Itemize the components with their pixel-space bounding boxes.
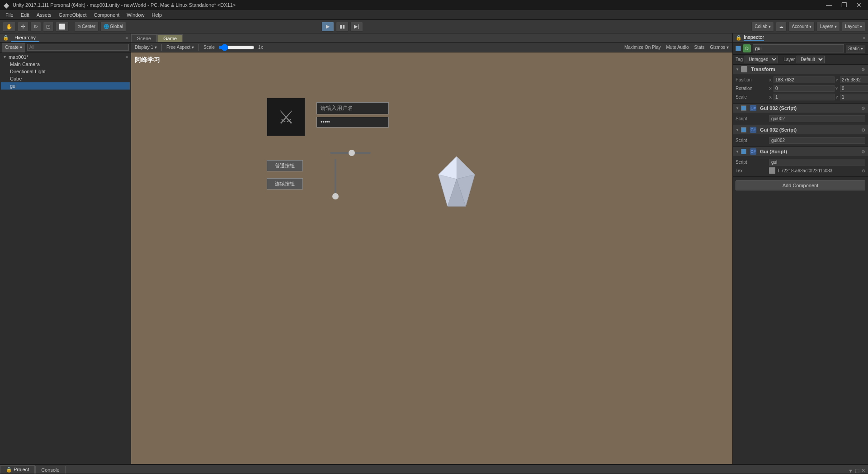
rotation-label: Rotation — [736, 86, 767, 91]
gui-script-field[interactable] — [769, 159, 865, 166]
script-label-1: Script — [736, 116, 767, 121]
component-enabled-gui[interactable] — [741, 149, 746, 154]
inspector-tab-label[interactable]: Inspector — [744, 34, 764, 41]
hierarchy-create-btn[interactable]: Create ▾ — [2, 43, 25, 52]
gui002-header-1[interactable]: ▼ C# Gui 002 (Script) ⚙ — [733, 104, 868, 113]
static-dropdown[interactable]: Static ▾ — [846, 45, 865, 52]
rot-y-input[interactable] — [840, 85, 868, 92]
tree-item-gui[interactable]: gui — [1, 82, 130, 90]
tag-label: Tag — [736, 57, 743, 62]
project-collapse-icon[interactable]: ▼ — [848, 468, 853, 474]
project-tab-label: Project — [14, 467, 29, 472]
tool-scale[interactable]: ⊡ — [43, 22, 54, 32]
add-component-btn[interactable]: Add Component — [736, 180, 865, 190]
hierarchy-search[interactable] — [27, 44, 129, 51]
coord-global-btn[interactable]: 🌐 Global — [100, 22, 126, 32]
step-btn[interactable]: ▶| — [350, 22, 363, 32]
pos-y-input[interactable] — [840, 76, 868, 83]
game-tab[interactable]: Game — [157, 34, 183, 42]
tex-select-icon[interactable]: ⊙ — [862, 168, 865, 173]
h-slider-track[interactable] — [330, 152, 371, 154]
collab-dropdown[interactable]: Collab ▾ — [751, 22, 774, 32]
script-label-2: Script — [736, 138, 767, 143]
project-tab[interactable]: 🔒 Project — [0, 465, 35, 474]
display-selector[interactable]: Display 1 ▾ — [133, 45, 159, 50]
rotation-row: Rotation X Y Z — [736, 84, 865, 93]
layers-dropdown[interactable]: Layers ▾ — [816, 22, 840, 32]
v-slider-thumb[interactable] — [332, 193, 339, 199]
component-enabled-2[interactable] — [741, 127, 746, 133]
tree-item-maincamera[interactable]: Main Camera — [1, 61, 130, 68]
stats-btn[interactable]: Stats — [693, 45, 707, 50]
component-options-2[interactable]: ⚙ — [861, 128, 865, 133]
title-text: Unity 2017.1.1f1 Personal (64bit) - map0… — [13, 2, 236, 8]
maximize-on-play-btn[interactable]: Maximize On Play — [623, 45, 663, 50]
scale-slider[interactable] — [218, 44, 255, 51]
obj-name-field[interactable] — [753, 44, 844, 52]
username-input[interactable]: 请输入用户名 — [316, 102, 389, 114]
mute-audio-btn[interactable]: Mute Audio — [664, 45, 690, 50]
tree-item-dirlight[interactable]: Directional Light — [1, 68, 130, 75]
title-bar: ◆ Unity 2017.1.1f1 Personal (64bit) - ma… — [0, 0, 868, 10]
layer-selector[interactable]: Default — [797, 56, 825, 63]
console-tab[interactable]: Console — [35, 466, 65, 474]
h-slider-thumb[interactable] — [349, 150, 355, 156]
component-options-1[interactable]: ⚙ — [861, 106, 865, 111]
account-dropdown[interactable]: Account ▾ — [788, 22, 815, 32]
rot-x-input[interactable] — [774, 85, 835, 92]
tree-item-cube[interactable]: Cube — [1, 75, 130, 82]
layout-dropdown[interactable]: Layout ▾ — [842, 22, 865, 32]
menu-window[interactable]: Window — [123, 10, 148, 20]
scale-x-input[interactable] — [774, 94, 835, 100]
gizmos-btn[interactable]: Gizmos ▾ — [708, 45, 731, 50]
minimize-btn[interactable]: — — [823, 1, 835, 9]
gui-header[interactable]: ▼ C# Gui (Script) ⚙ — [733, 147, 868, 156]
game-tab-label: Game — [163, 36, 177, 41]
script-field-2[interactable] — [769, 137, 865, 144]
component-options-icon[interactable]: ⚙ — [861, 67, 865, 72]
password-input[interactable]: ••••• — [316, 117, 389, 128]
pos-x-input[interactable] — [774, 76, 835, 83]
pause-btn[interactable]: ▮▮ — [336, 22, 349, 32]
tex-value: T 72218-a63acf0f22d1c033 — [777, 168, 832, 173]
lock-icon: 🔒 — [736, 35, 742, 41]
transform-header[interactable]: ▼ Transform ⚙ — [733, 65, 868, 74]
window-controls[interactable]: — ❐ ✕ — [823, 1, 864, 9]
aspect-selector[interactable]: Free Aspect ▾ — [165, 45, 196, 50]
pivot-center-btn[interactable]: ⊙ Center — [74, 22, 99, 32]
play-btn[interactable]: ▶ — [321, 22, 334, 32]
tree-arrow: ▼ — [3, 55, 7, 59]
maximize-btn[interactable]: ❐ — [839, 1, 850, 9]
menu-file[interactable]: File — [2, 10, 17, 20]
tree-item-label: gui — [10, 83, 17, 89]
tool-rect[interactable]: ⬜ — [56, 22, 69, 32]
regular-button[interactable]: 普通按钮 — [267, 160, 303, 171]
menu-help[interactable]: Help — [148, 10, 165, 20]
tool-move[interactable]: ✛ — [18, 22, 28, 32]
scene-tab[interactable]: Scene — [131, 34, 157, 42]
continuous-button[interactable]: 连续按钮 — [267, 178, 303, 190]
script-icon-2: C# — [750, 127, 756, 133]
inspector-menu-icon[interactable]: ≡ — [863, 36, 865, 40]
tag-selector[interactable]: Untagged — [745, 56, 778, 63]
script-field-1[interactable] — [769, 115, 865, 122]
menu-component[interactable]: Component — [90, 10, 123, 20]
cloud-btn[interactable]: ☁ — [776, 22, 787, 32]
component-enabled-1[interactable] — [741, 105, 746, 111]
close-btn[interactable]: ✕ — [854, 1, 864, 9]
obj-active-checkbox[interactable] — [736, 46, 741, 51]
menu-assets[interactable]: Assets — [33, 10, 55, 20]
project-close-icon[interactable]: ✕ — [861, 468, 865, 474]
hierarchy-tab[interactable]: Hierarchy — [11, 34, 39, 42]
menu-gameobject[interactable]: GameObject — [55, 10, 90, 20]
tool-hand[interactable]: ✋ — [3, 22, 16, 32]
tree-item-map001[interactable]: ▼ map001* ≡ — [1, 53, 130, 61]
tool-rotate[interactable]: ↻ — [30, 22, 41, 32]
menu-edit[interactable]: Edit — [17, 10, 33, 20]
gui002-header-2[interactable]: ▼ C# Gui 002 (Script) ⚙ — [733, 125, 868, 134]
project-maximize-icon[interactable]: ⬚ — [855, 468, 859, 474]
scale-y-input[interactable] — [840, 94, 868, 100]
component-options-gui[interactable]: ⚙ — [861, 149, 865, 154]
pivot-icon: ⊙ — [77, 24, 81, 29]
tree-item-options[interactable]: ≡ — [126, 55, 128, 59]
